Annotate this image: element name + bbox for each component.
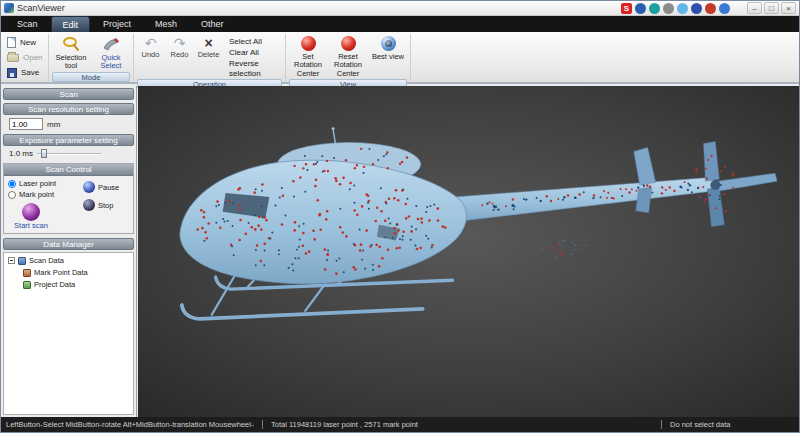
laser-point-radio[interactable]: Laser point	[8, 178, 83, 189]
mark-point-label: Mark point	[19, 190, 54, 199]
new-label: New	[20, 38, 36, 47]
scan-data-label: Scan Data	[29, 256, 64, 265]
open-folder-icon	[7, 54, 19, 62]
best-view-button[interactable]: Best view	[368, 34, 408, 61]
maximize-button[interactable]: □	[764, 2, 779, 14]
save-label: Save	[21, 68, 39, 77]
reset-rotation-center-button[interactable]: Reset Rotation Center	[328, 34, 368, 78]
clear-all-button[interactable]: Clear All	[229, 48, 281, 57]
undo-button[interactable]: ↶ Undo	[136, 34, 165, 59]
point-totals: Total 11948119 laser point , 2571 mark p…	[271, 420, 653, 429]
save-button[interactable]: Save	[6, 66, 45, 79]
open-label: Open	[23, 53, 43, 62]
mark-point-radio-input[interactable]	[8, 191, 16, 199]
pin-icon[interactable]	[705, 3, 716, 14]
reset-rotation-center-label: Reset Rotation Center	[328, 53, 368, 78]
close-button[interactable]: ×	[781, 2, 796, 14]
reverse-selection-button[interactable]: Reverse selection	[229, 59, 281, 77]
set-rotation-center-label: Set Rotation Center	[288, 53, 328, 78]
app-icon	[4, 3, 14, 13]
quick-select-icon	[102, 36, 120, 52]
new-button[interactable]: New	[6, 36, 45, 49]
pause-button[interactable]: Pause	[83, 181, 129, 193]
tab-project[interactable]: Project	[92, 16, 142, 32]
minimize-button[interactable]: –	[747, 2, 762, 14]
statusbar: LeftButton-Select MidButton-rotate Alt+M…	[1, 417, 799, 432]
laser-point-radio-input[interactable]	[8, 180, 16, 188]
mic-icon[interactable]	[663, 3, 674, 14]
selection-status: Do not select data	[670, 420, 794, 429]
mode-group-label: Mode	[52, 72, 130, 82]
open-button[interactable]: Open	[6, 51, 45, 64]
save-disk-icon	[7, 68, 17, 78]
select-all-button[interactable]: Select All	[229, 37, 281, 46]
status-divider	[262, 420, 263, 429]
pause-sphere-icon	[83, 181, 95, 193]
project-data-icon	[23, 281, 31, 289]
resolution-unit: mm	[47, 120, 60, 129]
reset-rotation-center-icon	[341, 36, 356, 51]
set-rotation-center-icon	[301, 36, 316, 51]
window-controls: – □ ×	[747, 2, 796, 14]
slider-thumb[interactable]	[41, 149, 47, 158]
scan-data-icon	[18, 257, 26, 265]
tree-expander-icon[interactable]	[8, 257, 15, 264]
start-scan-label: Start scan	[14, 222, 48, 230]
viewport-3d[interactable]	[138, 86, 799, 417]
redo-label: Redo	[171, 50, 189, 59]
mouse-hints: LeftButton-Select MidButton-rotate Alt+M…	[6, 420, 254, 429]
redo-icon: ↷	[174, 36, 186, 50]
scan-control-box: Scan Control Laser point Mark point Star…	[3, 163, 134, 234]
stop-button[interactable]: Stop	[83, 199, 129, 211]
titlebar: ScanViewer S – □ ×	[1, 1, 799, 16]
tab-scan[interactable]: Scan	[6, 16, 49, 32]
display-icon[interactable]	[677, 3, 688, 14]
resolution-header: Scan resolution setting	[3, 103, 134, 115]
input-method-icon[interactable]	[635, 3, 646, 14]
tree-item-scan-data[interactable]: Scan Data	[4, 255, 133, 267]
delete-button[interactable]: × Delete	[194, 34, 223, 59]
new-file-icon	[7, 37, 16, 48]
view-group: Set Rotation Center Reset Rotation Cente…	[286, 34, 411, 81]
tab-edit[interactable]: Edit	[51, 16, 91, 32]
settings-icon[interactable]	[719, 3, 730, 14]
start-scan-button[interactable]: Start scan	[8, 203, 54, 230]
selection-tool-button[interactable]: Selection tool	[51, 34, 91, 71]
delete-icon: ×	[204, 36, 212, 50]
tab-mesh[interactable]: Mesh	[144, 16, 188, 32]
pause-label: Pause	[98, 183, 119, 192]
globe-icon[interactable]	[649, 3, 660, 14]
laser-point-label: Laser point	[19, 179, 56, 188]
mark-point-data-icon	[23, 269, 31, 277]
resolution-input[interactable]	[9, 118, 43, 130]
mode-group: Selection tool Quick Select Mode	[49, 34, 134, 81]
mark-point-radio[interactable]: Mark point	[8, 189, 83, 200]
exposure-header: Exposure parameter setting	[3, 134, 134, 146]
file-group: New Open Save	[3, 34, 49, 81]
sogou-icon[interactable]: S	[621, 3, 632, 14]
set-rotation-center-button[interactable]: Set Rotation Center	[288, 34, 328, 78]
selection-tool-label: Selection tool	[51, 54, 91, 71]
scanviewer-window: ScanViewer S – □ × Scan Edit Project Mes…	[0, 0, 800, 433]
data-manager-tree: Scan Data Mark Point Data Project Data	[3, 252, 134, 415]
best-view-eye-icon	[381, 36, 396, 51]
redo-button[interactable]: ↷ Redo	[165, 34, 194, 59]
status-divider	[661, 420, 662, 429]
exposure-value: 1.0 ms	[9, 149, 33, 158]
mark-point-data-label: Mark Point Data	[34, 268, 88, 277]
stop-label: Stop	[98, 201, 113, 210]
tree-item-project-data[interactable]: Project Data	[4, 279, 133, 291]
exposure-slider[interactable]	[37, 149, 101, 158]
lasso-icon	[62, 36, 80, 52]
ribbon: New Open Save Selection tool	[1, 32, 799, 84]
undo-icon: ↶	[145, 36, 157, 50]
quick-select-label: Quick Select	[91, 54, 131, 71]
window-title: ScanViewer	[17, 3, 65, 13]
tree-item-mark-point-data[interactable]: Mark Point Data	[4, 267, 133, 279]
network-icon[interactable]	[691, 3, 702, 14]
tab-other[interactable]: Other	[190, 16, 235, 32]
ribbon-tabbar: Scan Edit Project Mesh Other	[1, 16, 799, 32]
quick-select-button[interactable]: Quick Select	[91, 34, 131, 71]
stop-sphere-icon	[83, 199, 95, 211]
delete-label: Delete	[198, 50, 220, 59]
